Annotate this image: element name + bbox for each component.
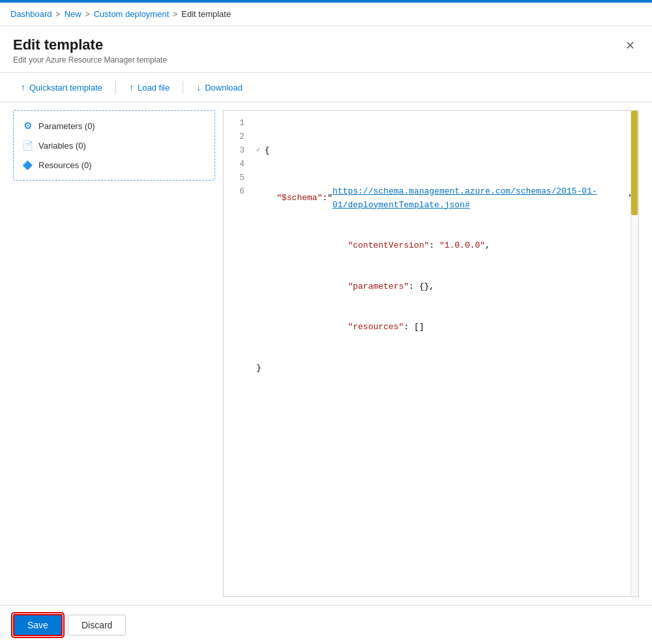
code-line-1: ✓{ — [256, 143, 638, 157]
download-button[interactable]: ↓ Download — [188, 78, 250, 96]
page-wrapper: Dashboard > New > Custom deployment > Ed… — [0, 0, 652, 644]
brace-open: { — [265, 143, 270, 157]
resources-key: "resources" — [348, 320, 404, 334]
resources-label: Resources (0) — [38, 160, 92, 170]
breadcrumb-custom-deployment[interactable]: Custom deployment — [94, 9, 170, 19]
editor-lines[interactable]: ✓{ "$schema": "https://schema.management… — [251, 111, 638, 596]
toolbar: ↑ Quickstart template ↑ Load file ↓ Down… — [0, 73, 652, 102]
tree-item-parameters[interactable]: ⚙ Parameters (0) — [14, 116, 215, 136]
variables-icon: 📄 — [22, 139, 33, 151]
download-icon: ↓ — [196, 82, 201, 93]
content-version-val: "1.0.0.0" — [439, 239, 485, 252]
brace-close: } — [256, 361, 261, 375]
line-numbers: 1 2 3 4 5 6 — [224, 111, 251, 596]
bottom-bar: Save Discard — [0, 605, 652, 644]
editor-content[interactable]: 1 2 3 4 5 6 ✓{ "$schema": "https:// — [224, 111, 638, 596]
main-panel: Edit template Edit your Azure Resource M… — [0, 26, 652, 644]
breadcrumb-current: Edit template — [181, 9, 231, 19]
quickstart-label: Quickstart template — [29, 83, 102, 93]
resources-val: [] — [414, 320, 424, 334]
toolbar-divider-2 — [183, 81, 183, 94]
breadcrumb-dashboard[interactable]: Dashboard — [10, 9, 52, 19]
code-line-3: "contentVersion": "1.0.0.0", — [256, 239, 638, 252]
content-area: ⚙ Parameters (0) 📄 Variables (0) 🔷 Resou… — [0, 102, 652, 605]
panel-subtitle: Edit your Azure Resource Manager templat… — [13, 55, 167, 65]
download-label: Download — [205, 83, 243, 93]
save-button[interactable]: Save — [13, 614, 63, 636]
tree-item-resources[interactable]: 🔷 Resources (0) — [14, 155, 215, 175]
breadcrumb-new[interactable]: New — [65, 9, 82, 19]
editor-scrollbar[interactable] — [630, 111, 638, 596]
breadcrumb-sep-1: > — [56, 10, 61, 19]
quickstart-template-button[interactable]: ↑ Quickstart template — [13, 78, 110, 96]
code-line-4: "parameters": {}, — [256, 280, 638, 293]
parameters-key: "parameters" — [348, 280, 409, 293]
quickstart-icon: ↑ — [21, 82, 25, 93]
variables-label: Variables (0) — [38, 141, 86, 151]
close-button[interactable]: ✕ — [621, 37, 639, 55]
breadcrumb-sep-2: > — [85, 10, 90, 19]
breadcrumb-sep-3: > — [173, 10, 177, 19]
tree-item-variables[interactable]: 📄 Variables (0) — [14, 136, 215, 155]
line-num-6: 6 — [224, 184, 251, 198]
header-text: Edit template Edit your Azure Resource M… — [13, 37, 167, 65]
editor-panel[interactable]: 1 2 3 4 5 6 ✓{ "$schema": "https:// — [223, 110, 639, 597]
page-title: Edit template — [13, 37, 167, 53]
load-file-button[interactable]: ↑ Load file — [121, 78, 177, 96]
breadcrumb: Dashboard > New > Custom deployment > Ed… — [10, 9, 231, 19]
code-line-2: "$schema": "https://schema.management.az… — [256, 184, 638, 212]
code-line-5: "resources": [] — [256, 320, 638, 334]
parameters-icon: ⚙ — [22, 120, 33, 132]
schema-key: "$schema" — [276, 191, 322, 205]
toolbar-divider-1 — [115, 81, 116, 94]
code-line-6: } — [256, 361, 638, 375]
scrollbar-thumb[interactable] — [631, 111, 638, 215]
top-bar: Dashboard > New > Custom deployment > Ed… — [0, 3, 652, 26]
line-num-5: 5 — [224, 171, 251, 184]
params-val: {} — [419, 280, 430, 293]
discard-button[interactable]: Discard — [68, 615, 126, 636]
load-file-label: Load file — [138, 83, 170, 93]
line-num-3: 3 — [224, 143, 251, 157]
panel-header: Edit template Edit your Azure Resource M… — [0, 26, 652, 73]
resources-icon: 🔷 — [22, 159, 33, 171]
schema-link[interactable]: https://schema.management.azure.com/sche… — [333, 184, 628, 212]
parameters-label: Parameters (0) — [38, 121, 95, 131]
load-file-icon: ↑ — [129, 82, 134, 93]
tree-panel: ⚙ Parameters (0) 📄 Variables (0) 🔷 Resou… — [13, 110, 215, 181]
line-num-4: 4 — [224, 157, 251, 171]
line-num-2: 2 — [224, 130, 251, 143]
content-version-key: "contentVersion" — [348, 239, 429, 252]
line-num-1: 1 — [224, 116, 251, 130]
